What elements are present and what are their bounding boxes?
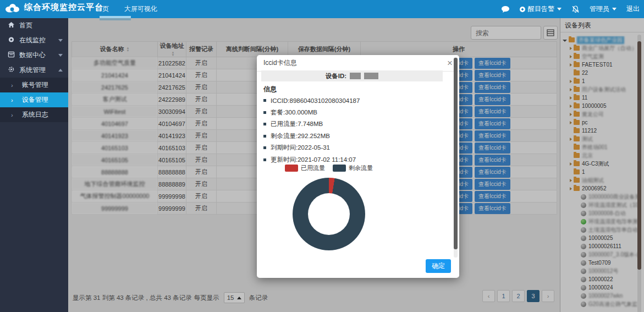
bell-slash-icon[interactable]: [571, 6, 580, 13]
alarm-dropdown[interactable]: 醒目告警: [520, 4, 562, 14]
info-item-text: ICCID:89860403102080304187: [271, 97, 360, 104]
data-icon: [8, 51, 15, 59]
bullet-icon: [263, 123, 266, 125]
alarm-dropdown-label: 醒目告警: [528, 4, 554, 14]
sidebar-item-3[interactable]: 系统管理: [0, 63, 68, 78]
device-id-bar: 设备ID:: [261, 70, 443, 81]
sidebar-item-label: 系统管理: [19, 65, 58, 75]
close-icon[interactable]: ×: [447, 58, 453, 68]
app-root: 综合环境监控云平台 首页大屏可视化 醒目告警 管理员: [0, 0, 644, 312]
info-item: 已用流量:7.748MB: [263, 118, 445, 130]
sidebar-item-2[interactable]: 数据中心: [0, 48, 68, 63]
modal-scrollbar-thumb[interactable]: [454, 58, 458, 249]
info-item-text: 已用流量:7.748MB: [271, 120, 323, 128]
logout-label: 退出: [626, 4, 640, 14]
confirm-button[interactable]: 确定: [426, 259, 451, 273]
info-item-text: 套餐:300.000MB: [271, 108, 317, 117]
sidebar-item-label: 数据中心: [19, 51, 58, 60]
submenu-chevron-icon: ›: [11, 82, 13, 89]
bullet-icon: [263, 111, 266, 114]
info-item-text: 到期时间:2022-05-31: [271, 144, 330, 152]
legend-label: 已用流量: [301, 164, 325, 172]
top-right-menu: 醒目告警 管理员 退出: [501, 0, 640, 18]
info-item-text: 剩余流量:292.252MB: [271, 132, 330, 140]
info-item: 到期时间:2022-05-31: [263, 142, 445, 154]
donut-chart: [293, 178, 365, 250]
chat-icon[interactable]: [501, 6, 510, 13]
sidebar-item-5[interactable]: ›设备管理: [0, 92, 68, 107]
sidebar-item-label: 设备管理: [22, 95, 63, 105]
legend-swatch: [333, 165, 346, 172]
chevron-down-icon: [58, 39, 63, 42]
chevron-down-icon: [557, 8, 562, 10]
gear-icon: [8, 66, 15, 74]
logout-button[interactable]: 退出: [626, 4, 640, 14]
legend-item[interactable]: 剩余流量: [333, 164, 373, 172]
legend-label: 剩余流量: [349, 164, 373, 172]
home-icon: [8, 21, 15, 30]
legend-item[interactable]: 已用流量: [285, 164, 325, 172]
sidebar-item-label: 账号管理: [22, 80, 63, 90]
modal-title: Iccid卡信息: [263, 58, 447, 68]
alarm-ring-icon: [520, 7, 525, 12]
sidebar-item-1[interactable]: 在线监控: [0, 33, 68, 48]
top-header-bar: 综合环境监控云平台 首页大屏可视化 醒目告警 管理员: [0, 0, 644, 18]
chevron-up-icon: [58, 69, 63, 72]
info-item: ICCID:89860403102080304187: [263, 95, 445, 107]
sidebar-item-6[interactable]: ›系统日志: [0, 107, 68, 122]
info-item: 剩余流量:292.252MB: [263, 130, 445, 143]
legend-swatch: [285, 165, 298, 172]
sidebar-item-4[interactable]: ›账号管理: [0, 78, 68, 92]
bullet-icon: [263, 146, 266, 149]
info-item-text: 更新时间:2021-07-02 11:14:07: [271, 156, 356, 164]
monitor-icon: [8, 36, 15, 45]
left-sidebar: 首页在线监控数据中心系统管理›账号管理›设备管理›系统日志: [0, 18, 68, 312]
sidebar-item-0[interactable]: 首页: [0, 18, 68, 33]
info-section-title: 信息: [263, 85, 277, 94]
user-dropdown-label: 管理员: [590, 4, 609, 14]
sidebar-item-label: 首页: [19, 21, 63, 30]
sidebar-item-label: 在线监控: [19, 36, 58, 45]
traffic-chart: 已用流量剩余流量: [257, 164, 401, 250]
bullet-icon: [263, 158, 266, 161]
info-item: 套餐:300.000MB: [263, 107, 445, 119]
donut-hole: [308, 193, 350, 235]
cloud-logo-icon: [4, 3, 20, 13]
chevron-down-icon: [612, 8, 617, 10]
modal-header: Iccid卡信息 ×: [257, 55, 459, 72]
submenu-chevron-icon: ›: [11, 112, 13, 118]
chart-legend: 已用流量剩余流量: [257, 164, 401, 172]
modal-scrollbar[interactable]: [454, 57, 458, 258]
bullet-icon: [263, 135, 266, 138]
sidebar-item-label: 系统日志: [22, 110, 63, 119]
redacted-block: [364, 73, 378, 79]
user-dropdown[interactable]: 管理员: [590, 4, 617, 14]
redacted-block: [350, 73, 361, 79]
iccid-info-modal: Iccid卡信息 × 设备ID: 信息 ICCID:89860403102080…: [257, 55, 459, 278]
bullet-icon: [263, 99, 266, 102]
info-list: ICCID:89860403102080304187套餐:300.000MB已用…: [263, 95, 445, 166]
device-id-label: 设备ID:: [326, 72, 346, 80]
chevron-down-icon: [58, 54, 63, 57]
submenu-chevron-icon: ›: [11, 97, 13, 103]
